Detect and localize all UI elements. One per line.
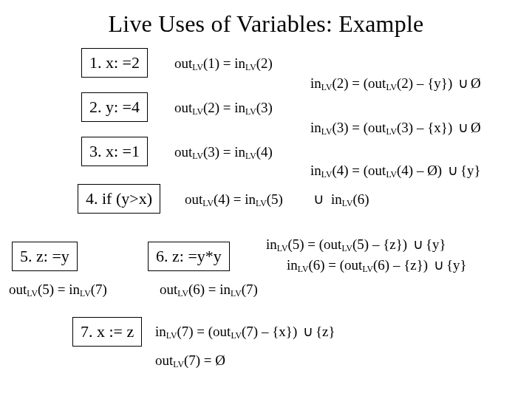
eq-in6: inLV(6) = (outLV(6) – {z}) ∪{y} <box>287 256 467 275</box>
eq-out3: outLV(3) = inLV(4) <box>174 144 273 162</box>
eq-in5: inLV(5) = (outLV(5) – {z}) ∪{y} <box>266 236 446 254</box>
eq-in7: inLV(7) = (outLV(7) – {x}) ∪{z} <box>155 323 335 341</box>
page-title: Live Uses of Variables: Example <box>0 0 532 42</box>
eq-in4: inLV(4) = (outLV(4) – Ø) ∪{y} <box>310 162 481 180</box>
eq-out5: outLV(5) = inLV(7) <box>9 282 107 299</box>
eq-out7: outLV(7) = Ø <box>155 352 225 370</box>
node-5: 5. z: =y <box>12 242 78 271</box>
eq-in2: inLV(2) = (outLV(2) – {y}) ∪Ø <box>310 75 481 93</box>
node-1: 1. x: =2 <box>81 48 148 78</box>
diagram-canvas: 1. x: =2 2. y: =4 3. x: =1 4. if (y>x) 5… <box>0 42 532 397</box>
node-6: 6. z: =y*y <box>148 242 230 271</box>
node-7: 7. x := z <box>72 317 142 347</box>
eq-out4a: outLV(4) = inLV(5) <box>185 191 283 209</box>
node-4: 4. if (y>x) <box>78 184 160 214</box>
node-2: 2. y: =4 <box>81 92 148 122</box>
eq-out4b: inLV(6) <box>331 191 369 209</box>
node-3: 3. x: =1 <box>81 137 148 166</box>
eq-out6: outLV(6) = inLV(7) <box>160 282 258 299</box>
eq-out1: outLV(1) = inLV(2) <box>174 55 273 73</box>
eq-out2: outLV(2) = inLV(3) <box>174 100 273 117</box>
eq-in3: inLV(3) = (outLV(3) – {x}) ∪Ø <box>310 119 481 137</box>
union-icon: ∪ <box>313 190 324 208</box>
